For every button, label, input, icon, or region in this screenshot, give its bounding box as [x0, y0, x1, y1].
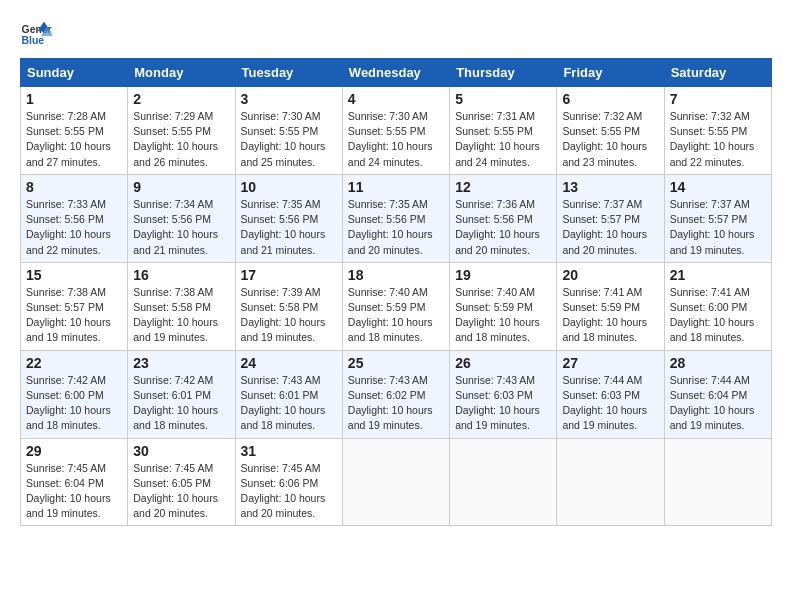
svg-text:Blue: Blue — [22, 35, 45, 46]
day-info: Sunrise: 7:45 AM Sunset: 6:05 PM Dayligh… — [133, 461, 229, 522]
day-number: 3 — [241, 91, 337, 107]
calendar-cell: 28Sunrise: 7:44 AM Sunset: 6:04 PM Dayli… — [664, 350, 771, 438]
calendar-cell: 8Sunrise: 7:33 AM Sunset: 5:56 PM Daylig… — [21, 174, 128, 262]
day-info: Sunrise: 7:40 AM Sunset: 5:59 PM Dayligh… — [348, 285, 444, 346]
calendar-week-row: 8Sunrise: 7:33 AM Sunset: 5:56 PM Daylig… — [21, 174, 772, 262]
day-number: 11 — [348, 179, 444, 195]
calendar-cell: 3Sunrise: 7:30 AM Sunset: 5:55 PM Daylig… — [235, 87, 342, 175]
day-number: 28 — [670, 355, 766, 371]
day-info: Sunrise: 7:40 AM Sunset: 5:59 PM Dayligh… — [455, 285, 551, 346]
day-number: 14 — [670, 179, 766, 195]
day-info: Sunrise: 7:38 AM Sunset: 5:57 PM Dayligh… — [26, 285, 122, 346]
weekday-header-tuesday: Tuesday — [235, 59, 342, 87]
day-info: Sunrise: 7:37 AM Sunset: 5:57 PM Dayligh… — [670, 197, 766, 258]
calendar-cell: 11Sunrise: 7:35 AM Sunset: 5:56 PM Dayli… — [342, 174, 449, 262]
calendar-cell: 29Sunrise: 7:45 AM Sunset: 6:04 PM Dayli… — [21, 438, 128, 526]
calendar-cell: 10Sunrise: 7:35 AM Sunset: 5:56 PM Dayli… — [235, 174, 342, 262]
day-number: 26 — [455, 355, 551, 371]
calendar-week-row: 1Sunrise: 7:28 AM Sunset: 5:55 PM Daylig… — [21, 87, 772, 175]
calendar-cell: 31Sunrise: 7:45 AM Sunset: 6:06 PM Dayli… — [235, 438, 342, 526]
calendar-cell: 30Sunrise: 7:45 AM Sunset: 6:05 PM Dayli… — [128, 438, 235, 526]
day-number: 10 — [241, 179, 337, 195]
day-number: 4 — [348, 91, 444, 107]
day-number: 2 — [133, 91, 229, 107]
day-info: Sunrise: 7:41 AM Sunset: 6:00 PM Dayligh… — [670, 285, 766, 346]
calendar-cell: 9Sunrise: 7:34 AM Sunset: 5:56 PM Daylig… — [128, 174, 235, 262]
day-number: 21 — [670, 267, 766, 283]
day-info: Sunrise: 7:35 AM Sunset: 5:56 PM Dayligh… — [241, 197, 337, 258]
day-number: 17 — [241, 267, 337, 283]
calendar-cell: 13Sunrise: 7:37 AM Sunset: 5:57 PM Dayli… — [557, 174, 664, 262]
logo-icon: General Blue — [20, 20, 52, 48]
day-number: 12 — [455, 179, 551, 195]
weekday-header-sunday: Sunday — [21, 59, 128, 87]
weekday-header-wednesday: Wednesday — [342, 59, 449, 87]
calendar-cell: 14Sunrise: 7:37 AM Sunset: 5:57 PM Dayli… — [664, 174, 771, 262]
day-number: 22 — [26, 355, 122, 371]
calendar-cell: 15Sunrise: 7:38 AM Sunset: 5:57 PM Dayli… — [21, 262, 128, 350]
day-info: Sunrise: 7:35 AM Sunset: 5:56 PM Dayligh… — [348, 197, 444, 258]
logo: General Blue — [20, 20, 56, 48]
day-info: Sunrise: 7:43 AM Sunset: 6:02 PM Dayligh… — [348, 373, 444, 434]
calendar-cell: 1Sunrise: 7:28 AM Sunset: 5:55 PM Daylig… — [21, 87, 128, 175]
weekday-header-monday: Monday — [128, 59, 235, 87]
calendar-cell: 22Sunrise: 7:42 AM Sunset: 6:00 PM Dayli… — [21, 350, 128, 438]
day-info: Sunrise: 7:45 AM Sunset: 6:04 PM Dayligh… — [26, 461, 122, 522]
day-info: Sunrise: 7:43 AM Sunset: 6:01 PM Dayligh… — [241, 373, 337, 434]
calendar-week-row: 29Sunrise: 7:45 AM Sunset: 6:04 PM Dayli… — [21, 438, 772, 526]
day-number: 18 — [348, 267, 444, 283]
day-info: Sunrise: 7:42 AM Sunset: 6:01 PM Dayligh… — [133, 373, 229, 434]
day-number: 27 — [562, 355, 658, 371]
day-info: Sunrise: 7:43 AM Sunset: 6:03 PM Dayligh… — [455, 373, 551, 434]
day-number: 13 — [562, 179, 658, 195]
calendar-cell: 4Sunrise: 7:30 AM Sunset: 5:55 PM Daylig… — [342, 87, 449, 175]
calendar-week-row: 15Sunrise: 7:38 AM Sunset: 5:57 PM Dayli… — [21, 262, 772, 350]
day-info: Sunrise: 7:44 AM Sunset: 6:04 PM Dayligh… — [670, 373, 766, 434]
calendar-cell: 16Sunrise: 7:38 AM Sunset: 5:58 PM Dayli… — [128, 262, 235, 350]
day-number: 15 — [26, 267, 122, 283]
day-info: Sunrise: 7:32 AM Sunset: 5:55 PM Dayligh… — [562, 109, 658, 170]
calendar-cell — [450, 438, 557, 526]
day-info: Sunrise: 7:31 AM Sunset: 5:55 PM Dayligh… — [455, 109, 551, 170]
calendar-cell: 17Sunrise: 7:39 AM Sunset: 5:58 PM Dayli… — [235, 262, 342, 350]
calendar-cell: 12Sunrise: 7:36 AM Sunset: 5:56 PM Dayli… — [450, 174, 557, 262]
day-info: Sunrise: 7:30 AM Sunset: 5:55 PM Dayligh… — [348, 109, 444, 170]
page-header: General Blue — [20, 20, 772, 48]
day-number: 23 — [133, 355, 229, 371]
day-info: Sunrise: 7:45 AM Sunset: 6:06 PM Dayligh… — [241, 461, 337, 522]
day-number: 29 — [26, 443, 122, 459]
day-info: Sunrise: 7:37 AM Sunset: 5:57 PM Dayligh… — [562, 197, 658, 258]
weekday-header-saturday: Saturday — [664, 59, 771, 87]
day-info: Sunrise: 7:41 AM Sunset: 5:59 PM Dayligh… — [562, 285, 658, 346]
calendar-table: SundayMondayTuesdayWednesdayThursdayFrid… — [20, 58, 772, 526]
calendar-cell: 7Sunrise: 7:32 AM Sunset: 5:55 PM Daylig… — [664, 87, 771, 175]
day-number: 19 — [455, 267, 551, 283]
calendar-cell: 2Sunrise: 7:29 AM Sunset: 5:55 PM Daylig… — [128, 87, 235, 175]
day-info: Sunrise: 7:28 AM Sunset: 5:55 PM Dayligh… — [26, 109, 122, 170]
weekday-header-thursday: Thursday — [450, 59, 557, 87]
day-info: Sunrise: 7:29 AM Sunset: 5:55 PM Dayligh… — [133, 109, 229, 170]
day-number: 25 — [348, 355, 444, 371]
day-info: Sunrise: 7:38 AM Sunset: 5:58 PM Dayligh… — [133, 285, 229, 346]
day-info: Sunrise: 7:33 AM Sunset: 5:56 PM Dayligh… — [26, 197, 122, 258]
calendar-cell: 6Sunrise: 7:32 AM Sunset: 5:55 PM Daylig… — [557, 87, 664, 175]
day-info: Sunrise: 7:39 AM Sunset: 5:58 PM Dayligh… — [241, 285, 337, 346]
calendar-cell: 27Sunrise: 7:44 AM Sunset: 6:03 PM Dayli… — [557, 350, 664, 438]
calendar-cell: 20Sunrise: 7:41 AM Sunset: 5:59 PM Dayli… — [557, 262, 664, 350]
day-number: 20 — [562, 267, 658, 283]
day-info: Sunrise: 7:44 AM Sunset: 6:03 PM Dayligh… — [562, 373, 658, 434]
calendar-cell: 23Sunrise: 7:42 AM Sunset: 6:01 PM Dayli… — [128, 350, 235, 438]
day-number: 7 — [670, 91, 766, 107]
day-number: 9 — [133, 179, 229, 195]
calendar-cell: 19Sunrise: 7:40 AM Sunset: 5:59 PM Dayli… — [450, 262, 557, 350]
day-number: 6 — [562, 91, 658, 107]
day-number: 5 — [455, 91, 551, 107]
day-info: Sunrise: 7:34 AM Sunset: 5:56 PM Dayligh… — [133, 197, 229, 258]
day-number: 16 — [133, 267, 229, 283]
calendar-cell — [557, 438, 664, 526]
day-number: 30 — [133, 443, 229, 459]
calendar-cell: 26Sunrise: 7:43 AM Sunset: 6:03 PM Dayli… — [450, 350, 557, 438]
calendar-cell: 25Sunrise: 7:43 AM Sunset: 6:02 PM Dayli… — [342, 350, 449, 438]
day-info: Sunrise: 7:36 AM Sunset: 5:56 PM Dayligh… — [455, 197, 551, 258]
day-number: 8 — [26, 179, 122, 195]
